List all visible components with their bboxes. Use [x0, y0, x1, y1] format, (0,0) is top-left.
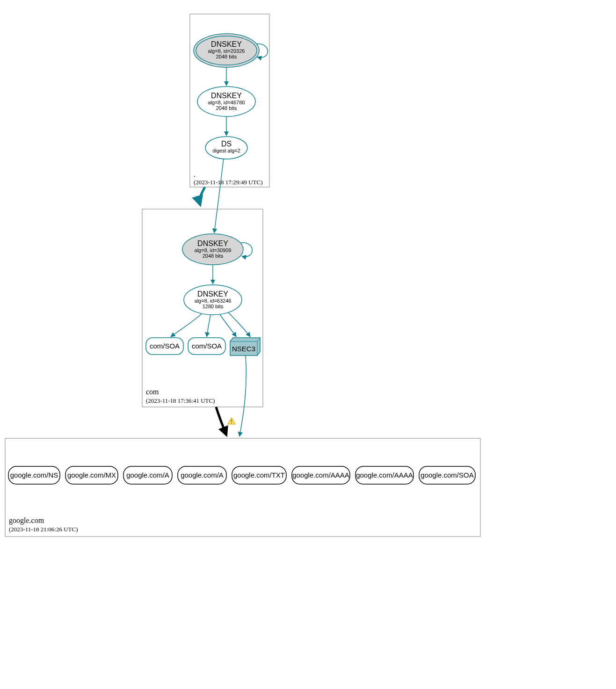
root-ds-line1: digest alg=2 — [212, 148, 240, 153]
root-ds-title: DS — [221, 140, 232, 148]
com-zsk-node[interactable]: DNSKEY alg=8, id=63246 1280 bits — [184, 285, 242, 315]
google-rec-4-label: google.com/TXT — [233, 471, 285, 479]
svg-point-16 — [231, 423, 232, 424]
zone-com: DNSKEY alg=8, id=30909 2048 bits DNSKEY … — [142, 209, 263, 407]
com-zsk-line1: alg=8, id=63246 — [195, 298, 232, 304]
google-rec-5[interactable]: google.com/AAAA — [292, 466, 350, 484]
svg-rect-17 — [5, 438, 480, 537]
google-rec-0-label: google.com/NS — [10, 471, 58, 479]
edge-com-to-google-thick — [216, 407, 226, 435]
edge-root-to-com-thick — [200, 187, 205, 205]
google-records-row: google.com/NS google.com/MX google.com/A… — [8, 466, 475, 484]
edge-nsec3-to-google — [239, 355, 246, 436]
root-ksk-node[interactable]: DNSKEY alg=8, id=20326 2048 bits — [194, 34, 259, 67]
zone-com-ts: (2023-11-18 17:36:41 UTC) — [146, 397, 215, 404]
google-rec-4[interactable]: google.com/TXT — [232, 466, 286, 484]
google-rec-1[interactable]: google.com/MX — [65, 466, 118, 484]
zone-root-name: . — [194, 170, 196, 178]
com-zsk-title: DNSKEY — [197, 290, 228, 298]
edge-com-zsk-soa1 — [171, 313, 202, 337]
com-ksk-node[interactable]: DNSKEY alg=8, id=30909 2048 bits — [182, 234, 243, 265]
root-zsk-title: DNSKEY — [211, 92, 242, 100]
com-ksk-line1: alg=8, id=30909 — [195, 247, 232, 253]
com-soa2-label: com/SOA — [192, 342, 222, 350]
google-rec-1-label: google.com/MX — [67, 471, 116, 479]
edge-com-zsk-soa2 — [207, 315, 210, 337]
google-rec-5-label: google.com/AAAA — [292, 471, 349, 479]
zone-google-name: google.com — [9, 516, 44, 525]
google-rec-6[interactable]: google.com/AAAA — [355, 466, 413, 484]
zone-root-ts: (2023-11-18 17:29:49 UTC) — [194, 179, 263, 186]
zone-com-name: com — [146, 388, 159, 396]
com-soa2-node[interactable]: com/SOA — [188, 338, 225, 355]
google-rec-6-label: google.com/AAAA — [356, 471, 413, 479]
com-ksk-title: DNSKEY — [197, 239, 228, 247]
edge-com-zsk-nsec3b — [228, 312, 250, 337]
root-zsk-line1: alg=8, id=46780 — [208, 100, 245, 105]
google-rec-2[interactable]: google.com/A — [123, 466, 172, 484]
zone-google: google.com/NS google.com/MX google.com/A… — [5, 438, 480, 537]
root-zsk-line2: 2048 bits — [216, 105, 237, 111]
google-rec-0[interactable]: google.com/NS — [8, 466, 60, 484]
google-rec-7[interactable]: google.com/SOA — [419, 466, 475, 484]
google-rec-3-label: google.com/A — [181, 471, 224, 479]
root-ksk-line2: 2048 bits — [216, 54, 237, 59]
root-ksk-line1: alg=8, id=20326 — [208, 48, 245, 54]
zone-google-ts: (2023-11-18 21:06:26 UTC) — [9, 526, 78, 533]
com-nsec3-node[interactable]: NSEC3 — [230, 338, 260, 355]
google-rec-3[interactable]: google.com/A — [178, 466, 226, 484]
warning-icon — [228, 418, 235, 424]
root-ds-node[interactable]: DS digest alg=2 — [205, 137, 247, 159]
zone-root: DNSKEY alg=8, id=20326 2048 bits DNSKEY … — [190, 14, 269, 187]
root-ksk-title: DNSKEY — [211, 40, 242, 48]
com-soa1-node[interactable]: com/SOA — [146, 338, 183, 355]
edge-root-ds-to-com-ksk — [214, 159, 224, 233]
root-zsk-node[interactable]: DNSKEY alg=8, id=46780 2048 bits — [197, 87, 255, 116]
com-soa1-label: com/SOA — [150, 342, 180, 350]
com-ksk-line2: 2048 bits — [203, 253, 224, 259]
google-rec-2-label: google.com/A — [126, 471, 169, 479]
google-rec-7-label: google.com/SOA — [420, 471, 473, 479]
com-nsec3-label: NSEC3 — [232, 345, 255, 353]
com-zsk-line2: 1280 bits — [203, 304, 224, 309]
